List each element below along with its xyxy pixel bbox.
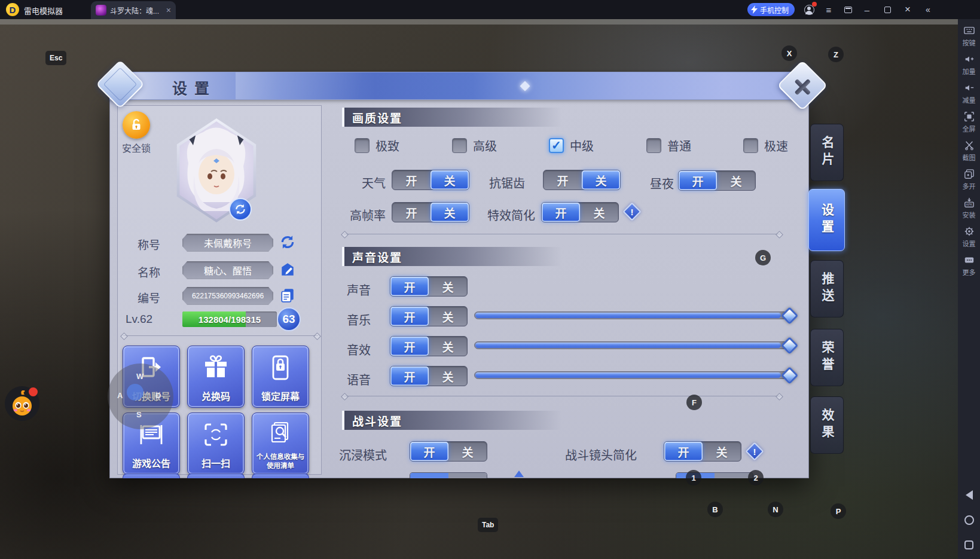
sidebar-item-volume-down[interactable]: 减量 <box>963 83 976 105</box>
privacy-list-button[interactable]: 个人信息收集与使用清单 <box>252 413 309 475</box>
more-icon <box>964 255 975 265</box>
sidebar-item-fullscreen[interactable]: 全屏 <box>963 111 976 133</box>
checkbox[interactable] <box>549 138 564 153</box>
menu-icon[interactable]: ≡ <box>822 2 836 17</box>
title-field-value: 未佩戴称号 <box>182 234 273 252</box>
screenshot-scissors-icon <box>964 140 975 151</box>
sfx-volume-slider[interactable] <box>474 341 790 349</box>
panel-divider <box>123 335 318 336</box>
keymap-icon <box>964 25 975 36</box>
apk-install-icon: APK <box>964 197 975 208</box>
collapse-sidebar-icon[interactable]: « <box>921 2 935 17</box>
music-toggle[interactable]: 开关 <box>390 306 468 326</box>
game-tab[interactable]: 斗罗大陆：魂... × <box>91 1 176 19</box>
maximize-button[interactable] <box>880 2 894 17</box>
clipped-button[interactable] <box>123 474 180 478</box>
keymap-f: F <box>686 395 702 410</box>
battle-camera-label: 战斗镜头简化 <box>565 446 661 463</box>
quality-option-normal[interactable]: 普通 <box>646 137 691 154</box>
tab-push[interactable]: 推送 <box>810 260 844 317</box>
window-top-icon[interactable] <box>841 2 855 17</box>
battle-camera-toggle[interactable]: 开关 <box>664 441 741 462</box>
fx-simplify-label: 特效简化 <box>463 206 535 224</box>
fx-simplify-toggle[interactable]: 开关 <box>541 202 619 222</box>
keymap-x: X <box>781 45 797 61</box>
title-refresh-button[interactable] <box>280 234 297 251</box>
quality-option-medium[interactable]: 中级 <box>549 137 594 154</box>
avatar-refresh-button[interactable] <box>229 198 252 221</box>
gift-icon <box>202 355 230 381</box>
quality-option-high[interactable]: 高级 <box>452 137 497 154</box>
exp-bar-text: 132804/198315 <box>182 311 277 327</box>
quality-option-ultra[interactable]: 极致 <box>355 137 399 154</box>
level-label: Lv.62 <box>126 313 152 326</box>
clipped-button[interactable] <box>187 474 245 478</box>
graphics-section-header: 画质设置 <box>342 108 562 127</box>
privacy-doc-magnifier-icon <box>267 421 294 445</box>
antialias-label: 抗锯齿 <box>465 174 525 191</box>
scan-icon <box>203 421 229 448</box>
sidebar-item-apk-install[interactable]: APK 安装 <box>963 197 976 219</box>
close-button[interactable]: × <box>900 2 915 17</box>
level-badge[interactable]: 63 <box>277 307 301 331</box>
voice-volume-slider[interactable] <box>474 371 790 379</box>
keymap-s: S <box>136 410 142 419</box>
redeem-code-button[interactable]: 兑换码 <box>187 346 245 408</box>
daynight-toggle[interactable]: 开关 <box>678 170 756 191</box>
android-home-icon[interactable] <box>964 515 974 525</box>
checkbox[interactable] <box>743 138 758 153</box>
highfps-toggle[interactable]: 开关 <box>392 202 469 222</box>
sidebar-item-keymap[interactable]: 按键 <box>963 25 976 47</box>
tab-name-card[interactable]: 名片 <box>810 124 844 181</box>
keymap-tab: Tab <box>478 518 498 532</box>
sidebar-item-multi-instance[interactable]: 多开 <box>963 169 976 191</box>
lock-screen-button[interactable]: 锁定屏幕 <box>252 346 309 408</box>
tab-settings[interactable]: 设置 <box>808 189 845 251</box>
volume-down-icon <box>964 83 975 93</box>
clipped-toggle[interactable] <box>410 472 487 478</box>
keymap-1: 1 <box>686 470 701 485</box>
security-lock-icon[interactable] <box>123 111 150 139</box>
quality-option-fast[interactable]: 极速 <box>743 137 788 154</box>
sidebar-item-screenshot[interactable]: 截图 <box>963 140 976 162</box>
blurred-strip <box>0 19 958 25</box>
sidebar-item-more[interactable]: 更多 <box>963 255 976 277</box>
scan-button[interactable]: 扫一扫 <box>187 413 245 475</box>
id-field-label: 编号 <box>138 289 160 306</box>
sound-toggle[interactable]: 开关 <box>390 276 468 297</box>
immersive-toggle[interactable]: 开关 <box>410 441 487 462</box>
fullscreen-icon <box>964 111 975 122</box>
section-divider <box>344 234 780 234</box>
sidebar-item-settings[interactable]: 设置 <box>963 226 976 248</box>
clipped-button[interactable] <box>252 474 309 478</box>
tab-effects[interactable]: 效果 <box>810 396 844 454</box>
name-edit-button[interactable] <box>280 262 297 279</box>
weather-toggle[interactable]: 开关 <box>392 170 469 190</box>
emulator-sidebar: 按键 加量 减量 全屏 截图 多开 APK 安装 设置 <box>958 19 980 559</box>
tab-close-icon[interactable]: × <box>166 5 171 15</box>
sfx-toggle[interactable]: 开关 <box>390 336 468 356</box>
antialias-toggle[interactable]: 开关 <box>543 170 621 190</box>
voice-toggle[interactable]: 开关 <box>390 366 468 386</box>
id-copy-button[interactable] <box>280 288 297 304</box>
name-field-value: 糖心、醒悟 <box>182 261 273 279</box>
slider-fill <box>475 313 781 318</box>
volume-up-icon <box>964 54 975 65</box>
tab-honor[interactable]: 荣誉 <box>810 329 844 386</box>
emulator-window: D 雷电模拟器 斗罗大陆：魂... × 手机控制 ≡ – × « 按键 加量 <box>0 0 980 559</box>
scroll-up-hint-icon <box>514 471 524 477</box>
checkbox[interactable] <box>646 138 661 153</box>
daynight-label: 昼夜 <box>625 175 674 192</box>
keymap-b: B <box>707 502 723 517</box>
android-back-icon[interactable] <box>966 490 973 500</box>
checkbox[interactable] <box>452 138 467 153</box>
joystick-dot <box>127 384 144 401</box>
checkbox[interactable] <box>355 138 370 153</box>
minimize-button[interactable]: – <box>860 2 874 17</box>
phone-control-button[interactable]: 手机控制 <box>747 3 795 16</box>
sidebar-item-volume-up[interactable]: 加量 <box>963 54 976 76</box>
mascot-notification-dot <box>29 387 38 396</box>
notification-dot <box>812 2 817 7</box>
music-volume-slider[interactable] <box>474 311 790 319</box>
android-recents-icon[interactable] <box>964 540 973 549</box>
